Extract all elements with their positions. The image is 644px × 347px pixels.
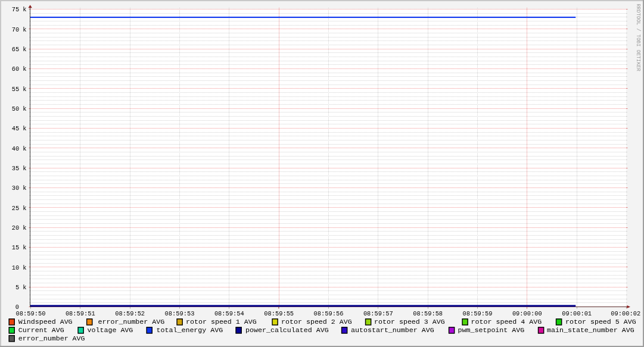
svg-text:08:59:52: 08:59:52 <box>115 310 145 317</box>
svg-text:70 k: 70 k <box>12 26 27 33</box>
svg-text:Windspeed AVG: Windspeed AVG <box>18 318 73 326</box>
svg-text:08:59:57: 08:59:57 <box>363 310 393 317</box>
svg-text:55 k: 55 k <box>12 86 27 93</box>
svg-text:09:00:00: 09:00:00 <box>512 310 542 317</box>
svg-text:25 k: 25 k <box>12 205 27 212</box>
svg-text:08:59:58: 08:59:58 <box>413 310 443 317</box>
svg-text:08:59:59: 08:59:59 <box>463 310 493 317</box>
svg-text:10 k: 10 k <box>12 264 27 271</box>
svg-text:RRDTOOL / TOBI OETIKER: RRDTOOL / TOBI OETIKER <box>635 4 641 71</box>
svg-text:15 k: 15 k <box>12 244 27 251</box>
svg-text:40 k: 40 k <box>12 145 27 152</box>
svg-text:total_energy AVG: total_energy AVG <box>157 326 223 334</box>
svg-text:rotor speed 3 AVG: rotor speed 3 AVG <box>374 318 445 326</box>
svg-text:08:59:54: 08:59:54 <box>214 310 244 317</box>
svg-text:rotor speed 4 AVG: rotor speed 4 AVG <box>471 318 542 326</box>
svg-text:rotor speed 2 AVG: rotor speed 2 AVG <box>281 318 352 326</box>
svg-text:75 k: 75 k <box>12 6 27 13</box>
svg-text:50 k: 50 k <box>12 105 27 112</box>
svg-text:rotor speed 1 AVG: rotor speed 1 AVG <box>186 318 257 326</box>
svg-text:08:59:50: 08:59:50 <box>16 310 46 317</box>
svg-text:error_number AVG: error_number AVG <box>18 335 85 342</box>
svg-text:20 k: 20 k <box>12 224 27 232</box>
svg-text:power_calculated AVG: power_calculated AVG <box>245 326 329 334</box>
svg-text:voltage AVG: voltage AVG <box>88 326 133 334</box>
svg-text:08:59:55: 08:59:55 <box>264 310 294 317</box>
svg-text:pwm_setpoint AVG: pwm_setpoint AVG <box>458 326 525 334</box>
svg-text:main_state_number AVG: main_state_number AVG <box>547 326 634 334</box>
svg-text:08:59:56: 08:59:56 <box>314 310 344 317</box>
svg-text:Current AVG: Current AVG <box>18 326 64 334</box>
svg-text:45 k: 45 k <box>12 125 27 132</box>
svg-text:08:59:51: 08:59:51 <box>66 310 95 317</box>
svg-text:autostart_number AVG: autostart_number AVG <box>351 326 434 334</box>
svg-text:09:00:02: 09:00:02 <box>611 310 640 317</box>
svg-text:60 k: 60 k <box>12 65 27 73</box>
svg-text:09:00:01: 09:00:01 <box>562 310 592 317</box>
svg-text:error_number AVG: error_number AVG <box>98 318 165 326</box>
svg-text:rotor speed 5 AVG: rotor speed 5 AVG <box>565 318 636 326</box>
svg-text:30 k: 30 k <box>12 185 27 192</box>
svg-text:5 k: 5 k <box>15 284 27 291</box>
svg-text:08:59:53: 08:59:53 <box>165 310 195 317</box>
svg-text:65 k: 65 k <box>12 46 27 53</box>
svg-text:35 k: 35 k <box>12 165 27 172</box>
